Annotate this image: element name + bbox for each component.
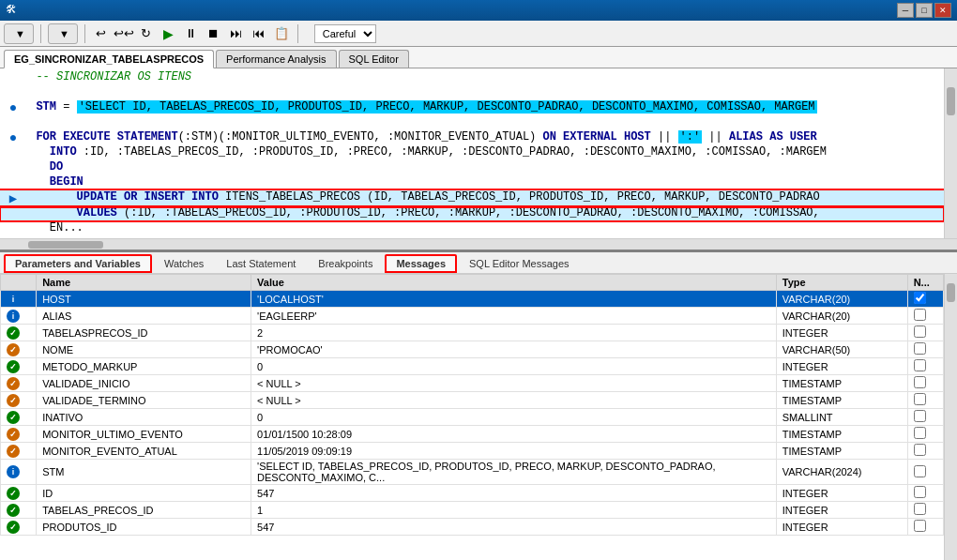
- table-row[interactable]: i STM 'SELECT ID, TABELAS_PRECOS_ID, PRO…: [1, 460, 944, 485]
- debugger-menu[interactable]: ▼: [4, 23, 34, 44]
- n-checkbox[interactable]: [914, 486, 926, 498]
- cell-value: 2: [251, 325, 777, 341]
- step-icon[interactable]: ⏭: [227, 24, 246, 43]
- clipboard-icon[interactable]: 📋: [272, 24, 291, 43]
- table-row[interactable]: ✓ METODO_MARKUP 0 INTEGER: [1, 358, 944, 375]
- th-n[interactable]: N...: [907, 275, 943, 291]
- code-scrollbar-h[interactable]: [0, 238, 957, 250]
- table-row[interactable]: ✓ INATIVO 0 SMALLINT: [1, 409, 944, 426]
- refresh-all-icon[interactable]: ↩↩: [114, 24, 133, 43]
- back-icon[interactable]: ⏮: [250, 24, 268, 43]
- cell-icon: ✓: [1, 502, 37, 519]
- n-checkbox[interactable]: [914, 410, 926, 422]
- table-row[interactable]: ✓ TABELAS_PRECOS_ID 1 INTEGER: [1, 502, 944, 519]
- table-row[interactable]: ✓ MONITOR_EVENTO_ATUAL 11/05/2019 09:09:…: [1, 443, 944, 460]
- tab-params-vars[interactable]: Parameters and Variables: [4, 254, 152, 273]
- cell-name: NOME: [37, 341, 251, 358]
- table-row[interactable]: ✓ VALIDADE_INICIO < NULL > TIMESTAMP: [1, 375, 944, 392]
- code-text-stm: STM = 'SELECT ID, TABELAS_PRECOS_ID, PRO…: [23, 100, 940, 114]
- gutter-update: ▶: [4, 190, 23, 206]
- table-row[interactable]: ✓ ID 547 INTEGER: [1, 485, 944, 502]
- n-checkbox[interactable]: [914, 325, 926, 338]
- code-line-do: DO: [0, 160, 944, 175]
- cell-type: VARCHAR(20): [776, 291, 907, 308]
- n-checkbox[interactable]: [914, 444, 926, 456]
- code-editor[interactable]: -- SINCRONIZAR OS ITENS ● STM = 'SELECT …: [0, 68, 944, 238]
- cell-value: < NULL >: [251, 392, 777, 409]
- cell-type: VARCHAR(50): [776, 341, 907, 358]
- n-checkbox[interactable]: [914, 342, 926, 355]
- table-scrollbar-v[interactable]: [944, 274, 957, 560]
- table-row[interactable]: ✓ NOME 'PROMOCAO' VARCHAR(50): [1, 341, 944, 358]
- table-row[interactable]: ✓ VALIDADE_TERMINO < NULL > TIMESTAMP: [1, 392, 944, 409]
- cell-icon: i: [1, 460, 37, 485]
- cell-value: 'LOCALHOST': [251, 291, 777, 308]
- cell-type: TIMESTAMP: [776, 392, 907, 409]
- debug-mode-select[interactable]: Careful Fast: [314, 24, 376, 43]
- tab-performance[interactable]: Performance Analysis: [216, 50, 336, 68]
- cell-type: SMALLINT: [776, 409, 907, 426]
- tab-stored-proc[interactable]: EG_SINCRONIZAR_TABELASPRECOS: [4, 50, 214, 68]
- cell-name: MONITOR_EVENTO_ATUAL: [37, 443, 251, 460]
- tab-breakpoints[interactable]: Breakpoints: [308, 255, 383, 272]
- cell-type: INTEGER: [776, 485, 907, 502]
- run-icon[interactable]: ▶: [160, 24, 178, 43]
- refresh-icon[interactable]: ↩: [92, 24, 111, 43]
- pause-icon[interactable]: ⏸: [182, 24, 201, 43]
- code-line-end: EN...: [0, 221, 944, 236]
- cell-name: METODO_MARKUP: [37, 358, 251, 375]
- code-line-update: ▶ UPDATE OR INSERT INTO ITENS_TABELAS_PR…: [0, 190, 944, 206]
- table-wrapper: Name Value Type N... i HOST 'LOCALHOST' …: [0, 274, 957, 560]
- code-editor-wrapper: -- SINCRONIZAR OS ITENS ● STM = 'SELECT …: [0, 68, 957, 238]
- minimize-button[interactable]: ─: [897, 3, 914, 18]
- table-row[interactable]: ✓ MONITOR_ULTIMO_EVENTO 01/01/1500 10:28…: [1, 426, 944, 443]
- step-over-icon[interactable]: ↻: [137, 24, 156, 43]
- th-name[interactable]: Name: [37, 275, 251, 291]
- cell-name: VALIDADE_INICIO: [37, 375, 251, 392]
- th-type[interactable]: Type: [776, 275, 907, 291]
- code-scroll-area[interactable]: -- SINCRONIZAR OS ITENS ● STM = 'SELECT …: [0, 68, 944, 238]
- tab-messages[interactable]: Messages: [385, 254, 457, 273]
- n-checkbox[interactable]: [914, 292, 926, 304]
- row-status-icon: ✓: [7, 377, 20, 390]
- tab-sql-editor-messages[interactable]: SQL Editor Messages: [459, 255, 580, 272]
- maximize-button[interactable]: □: [916, 3, 933, 18]
- table-row[interactable]: i HOST 'LOCALHOST' VARCHAR(20): [1, 291, 944, 308]
- code-text-update: UPDATE OR INSERT INTO ITENS_TABELAS_PREC…: [23, 190, 940, 204]
- tab-sql-editor[interactable]: SQL Editor: [339, 50, 409, 68]
- n-checkbox[interactable]: [914, 393, 926, 405]
- row-status-icon: ✓: [7, 411, 20, 424]
- gutter-for: ●: [4, 130, 23, 145]
- code-scrollbar-v[interactable]: [944, 68, 957, 238]
- table-row[interactable]: ✓ PRODUTOS_ID 547 INTEGER: [1, 519, 944, 536]
- n-checkbox[interactable]: [914, 309, 926, 321]
- cell-n: [907, 485, 943, 502]
- n-checkbox[interactable]: [914, 465, 926, 477]
- debug-mode-group: Careful Fast: [311, 24, 376, 43]
- stop-icon[interactable]: ⏹: [205, 24, 223, 43]
- cell-n: [907, 519, 943, 536]
- n-checkbox[interactable]: [914, 520, 926, 532]
- n-checkbox[interactable]: [914, 359, 926, 371]
- tab-last-statement[interactable]: Last Statement: [216, 255, 306, 272]
- table-row[interactable]: ✓ TABELASPRECOS_ID 2 INTEGER: [1, 325, 944, 341]
- th-value[interactable]: Value: [251, 275, 777, 291]
- cell-value: 1: [251, 502, 777, 519]
- cell-icon: ✓: [1, 519, 37, 536]
- n-checkbox[interactable]: [914, 503, 926, 515]
- table-row[interactable]: i ALIAS 'EAGLEERP' VARCHAR(20): [1, 308, 944, 325]
- cell-n: [907, 426, 943, 443]
- bottom-section: Parameters and Variables Watches Last St…: [0, 252, 957, 560]
- close-button[interactable]: ✕: [934, 3, 951, 18]
- financeiro-menu[interactable]: ▼: [48, 23, 78, 44]
- n-checkbox[interactable]: [914, 376, 926, 388]
- title-bar: 🛠 ─ □ ✕: [0, 0, 957, 21]
- cell-n: [907, 358, 943, 375]
- tab-watches[interactable]: Watches: [154, 255, 214, 272]
- cell-n: [907, 308, 943, 325]
- cell-value: 'SELECT ID, TABELAS_PRECOS_ID, PRODUTOS_…: [251, 460, 777, 485]
- table-scroll-area[interactable]: Name Value Type N... i HOST 'LOCALHOST' …: [0, 274, 944, 560]
- code-text-begin: BEGIN: [23, 175, 940, 189]
- n-checkbox[interactable]: [914, 427, 926, 439]
- params-table: Name Value Type N... i HOST 'LOCALHOST' …: [0, 274, 944, 536]
